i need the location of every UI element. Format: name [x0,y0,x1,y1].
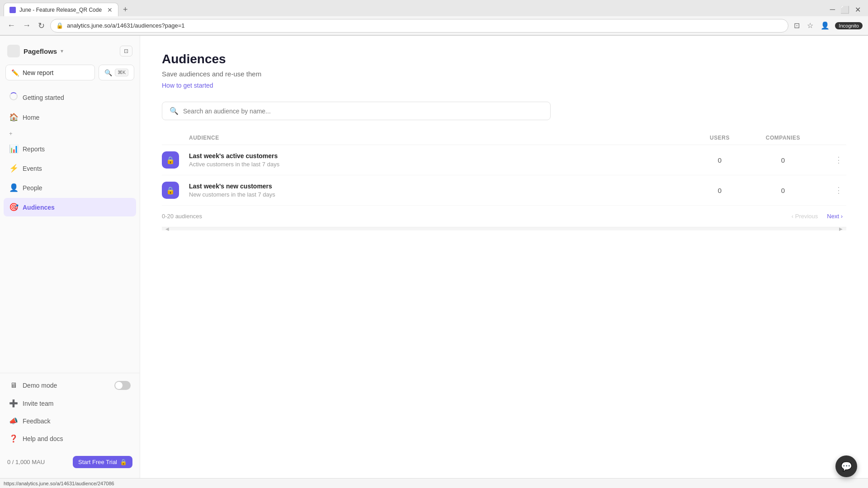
scroll-left-btn[interactable]: ◀ [164,226,171,231]
sidebar-item-label: Getting started [23,94,64,101]
status-url: https://analytics.june.so/a/14631/audien… [4,481,114,486]
page-subtitle: Save audiences and re-use them [162,70,846,78]
search-kbd: ⌘K [115,69,128,76]
row-menu-btn[interactable]: ⋮ [819,185,846,195]
reports-icon: 📊 [9,144,18,154]
horizontal-scrollbar[interactable]: ◀ ▶ [162,227,846,230]
demo-label: Demo mode [23,382,57,389]
feedback-label: Feedback [23,418,50,425]
sidebar-item-label: Audiences [23,204,55,211]
sidebar-item-demo-mode[interactable]: 🖥 Demo mode [4,377,136,394]
close-btn[interactable]: ✕ [855,5,861,14]
edit-icon: ✏️ [11,69,19,76]
browser-chrome: June - Feature Release_QR Code ✕ + ─ ⬜ ✕… [0,0,868,36]
search-btn[interactable]: 🔍 ⌘K [99,65,134,80]
sidebar-item-events[interactable]: ⚡ Events [4,159,136,178]
sidebar-item-label: Reports [23,145,45,153]
demo-icon: 🖥 [9,381,18,389]
maximize-btn[interactable]: ⬜ [840,5,849,14]
toggle-knob [115,382,123,389]
users-count: 0 [693,156,747,164]
help-link[interactable]: How to get started [162,82,213,89]
feedback-icon: 📣 [9,417,18,425]
col-icon [162,135,189,141]
prev-page-btn[interactable]: ‹ Previous [788,211,822,221]
invite-label: Invite team [23,400,53,407]
tab-bar: June - Feature Release_QR Code ✕ + ─ ⬜ ✕ [0,0,868,16]
nav-actions: ⊡ ☆ 👤 Incognito [792,19,863,32]
row-info: Last week's active customers Active cust… [189,152,693,168]
tab-close-btn[interactable]: ✕ [107,6,113,14]
search-icon: 🔍 [170,107,179,115]
new-report-btn[interactable]: ✏️ New report [5,65,95,80]
minimize-btn[interactable]: ─ [830,5,835,14]
profile-icon[interactable]: 👤 [819,19,831,32]
next-page-btn[interactable]: Next › [823,211,846,221]
brand-icon [7,45,20,57]
sidebar-item-home[interactable]: 🏠 Home [4,108,136,127]
address-text: analytics.june.so/a/14631/audiences?page… [67,22,783,29]
trial-btn-label: Start Free Trial [78,459,117,465]
scroll-right-btn[interactable]: ▶ [837,226,844,231]
chat-button[interactable]: 💬 [835,455,857,477]
forward-btn[interactable]: → [21,19,33,32]
table-row[interactable]: 🔒 Last week's active customers Active cu… [162,145,846,175]
sidebar-item-invite-team[interactable]: ➕ Invite team [4,395,136,412]
audience-lock-icon: 🔒 [162,182,179,199]
address-bar[interactable]: 🔒 analytics.june.so/a/14631/audiences?pa… [50,19,788,33]
sidebar-item-people[interactable]: 👤 People [4,178,136,197]
row-menu-btn[interactable]: ⋮ [819,155,846,165]
col-users: USERS [693,135,747,141]
demo-toggle[interactable] [114,381,131,390]
sidebar-item-reports[interactable]: 📊 Reports [4,140,136,158]
reload-btn[interactable]: ↻ [36,19,47,33]
brand-link[interactable]: Pageflows ▾ [7,45,63,57]
new-tab-btn[interactable]: + [120,5,131,14]
chat-icon: 💬 [841,461,852,472]
brand-name: Pageflows [24,47,57,55]
spinner-icon [9,92,18,103]
companies-count: 0 [747,187,819,194]
cast-icon[interactable]: ⊡ [792,19,802,32]
bookmark-icon[interactable]: ☆ [805,19,815,32]
sidebar-nav: Getting started 🏠 Home + 📊 Reports ⚡ Eve… [0,88,140,369]
audience-lock-icon: 🔒 [162,151,179,169]
active-tab[interactable]: June - Feature Release_QR Code ✕ [4,3,118,16]
new-report-label: New report [23,69,53,76]
companies-count: 0 [747,156,819,164]
lock-icon: 🔒 [120,459,127,465]
search-icon: 🔍 [104,69,112,76]
sidebar-item-label: Events [23,165,42,172]
window-controls: ─ ⬜ ✕ [830,5,864,14]
plus-icon: + [9,130,13,137]
sidebar-item-audiences[interactable]: 🎯 Audiences [4,198,136,216]
table-count: 0-20 audiences [162,213,202,220]
sidebar-item-getting-started[interactable]: Getting started [4,88,136,107]
mau-text: 0 / 1,000 MAU [7,459,45,465]
sidebar-item-feedback[interactable]: 📣 Feedback [4,413,136,429]
audience-search-input[interactable] [183,108,543,115]
audience-search-bar[interactable]: 🔍 [162,102,551,120]
app-container: Pageflows ▾ ⊡ ✏️ New report 🔍 ⌘K Getting… [0,36,868,478]
pagination: ‹ Previous Next › [788,211,846,221]
brand-chevron-icon: ▾ [61,48,63,54]
page-title: Audiences [162,52,846,66]
sidebar-collapse-btn[interactable]: ⊡ [120,46,132,56]
start-trial-btn[interactable]: Start Free Trial 🔒 [73,456,132,468]
table-row[interactable]: 🔒 Last week's new customers New customer… [162,175,846,206]
col-companies: COMPANIES [747,135,819,141]
row-info: Last week's new customers New customers … [189,183,693,198]
add-nav-btn[interactable]: + [4,127,136,140]
sidebar-item-help[interactable]: ❓ Help and docs [4,430,136,447]
row-icon-cell: 🔒 [162,182,189,199]
people-icon: 👤 [9,183,18,192]
tab-title: June - Feature Release_QR Code [19,7,102,13]
sidebar-item-label: People [23,184,42,192]
col-actions [819,135,846,141]
table-footer: 0-20 audiences ‹ Previous Next › [162,206,846,227]
back-btn[interactable]: ← [5,19,17,32]
help-label: Help and docs [23,435,63,442]
sidebar-header: Pageflows ▾ ⊡ [0,41,140,63]
audience-name: Last week's active customers [189,152,693,160]
sidebar-actions: ✏️ New report 🔍 ⌘K [0,63,140,88]
